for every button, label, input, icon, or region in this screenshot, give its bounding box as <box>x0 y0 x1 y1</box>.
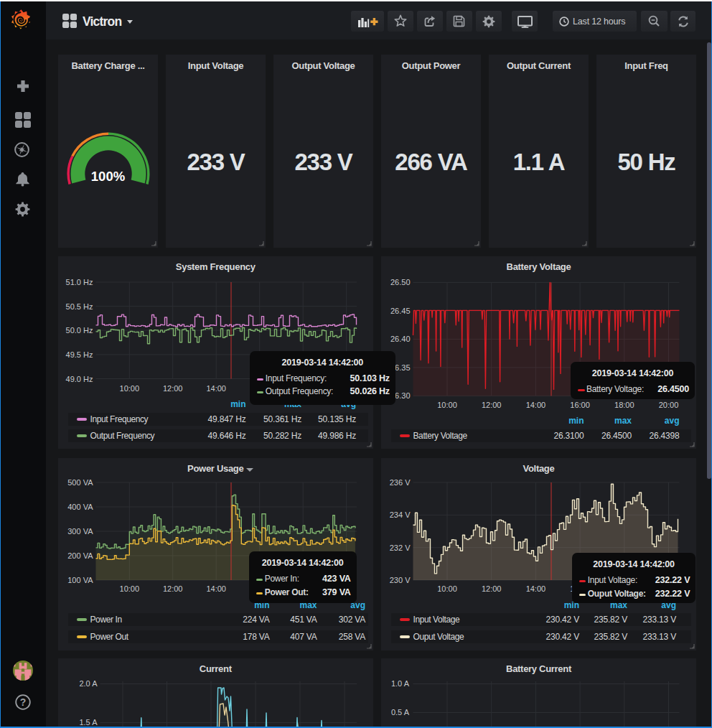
svg-text:0.5 A: 0.5 A <box>391 708 410 717</box>
svg-text:1.0 A: 1.0 A <box>391 679 410 688</box>
